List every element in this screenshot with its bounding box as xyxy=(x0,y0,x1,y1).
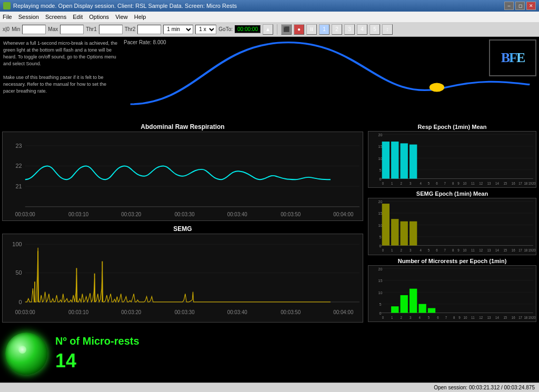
svg-text:3: 3 xyxy=(410,181,412,185)
menu-help[interactable]: Help xyxy=(134,14,146,20)
svg-text:18: 18 xyxy=(524,248,527,252)
menu-screens[interactable]: Screens xyxy=(45,14,66,20)
svg-text:10: 10 xyxy=(464,315,467,319)
menu-options[interactable]: Options xyxy=(89,14,109,20)
svg-text:0: 0 xyxy=(382,315,384,319)
menu-view[interactable]: View xyxy=(115,14,128,20)
multiplier-dropdown[interactable]: 1 x2 x4 x xyxy=(195,25,216,34)
microrest-epoch-title: Number of Microrests per Epoch (1min) xyxy=(368,258,536,264)
semg-chart-title: SEMG xyxy=(2,225,363,233)
semg-epoch-chart-container: SEMG Epoch (1min) Mean 20 15 10 5 0 xyxy=(368,190,536,255)
svg-rect-45 xyxy=(401,143,408,178)
minimize-button[interactable]: – xyxy=(504,2,514,10)
svg-text:15: 15 xyxy=(378,278,382,283)
toolbar-rec-btn[interactable]: ● xyxy=(294,24,304,35)
semg-chart: 100 50 0 00:03:00 00:03:10 xyxy=(2,234,363,323)
svg-text:17: 17 xyxy=(518,315,522,319)
svg-text:9: 9 xyxy=(458,315,461,319)
svg-text:0: 0 xyxy=(380,177,382,182)
svg-text:20: 20 xyxy=(532,248,536,252)
svg-text:14: 14 xyxy=(495,248,499,252)
svg-text:3: 3 xyxy=(410,248,412,252)
svg-text:12: 12 xyxy=(479,315,483,319)
toolbar-thr1-input[interactable] xyxy=(99,25,123,34)
close-button[interactable]: ✕ xyxy=(526,2,536,10)
svg-text:1: 1 xyxy=(391,181,393,185)
svg-text:16: 16 xyxy=(512,248,515,252)
toolbar-page2[interactable]: 2 xyxy=(332,24,342,35)
toolbar-extra[interactable]: ↕ xyxy=(382,24,393,35)
toolbar-thr1-label: Thr1 xyxy=(86,26,97,32)
svg-rect-79 xyxy=(391,219,398,246)
toolbar-max-label: Max xyxy=(48,26,58,32)
svg-text:10: 10 xyxy=(378,156,382,160)
svg-text:15: 15 xyxy=(503,181,507,185)
svg-rect-114 xyxy=(391,306,398,313)
toolbar-pause-btn[interactable]: ⏸ xyxy=(306,24,317,35)
abdominal-chart: 23 22 21 00:03:00 00:03:10 00:03:20 00:0… xyxy=(2,132,363,221)
micro-rest-label: Nº of Micro-rests xyxy=(55,335,139,347)
svg-text:8: 8 xyxy=(452,181,454,185)
speed-dropdown[interactable]: 1 min2 min5 min10 min xyxy=(163,25,193,34)
semg-chart-svg: 100 50 0 00:03:00 00:03:10 xyxy=(3,234,363,323)
svg-rect-81 xyxy=(410,222,417,246)
toolbar-thr2-input[interactable] xyxy=(137,25,161,34)
left-charts: Abdominal Raw Respiration 23 22 21 xyxy=(0,121,365,325)
info-text: Whenever a full 1-second micro-break is … xyxy=(3,40,118,95)
svg-text:2: 2 xyxy=(401,248,403,252)
toolbar-max-input[interactable] xyxy=(60,25,84,34)
svg-text:00:03:40: 00:03:40 xyxy=(227,309,247,315)
toolbar-page3[interactable]: 3 xyxy=(344,24,355,35)
toolbar-page1[interactable]: 1 xyxy=(319,24,330,35)
toolbar-min-label: Min xyxy=(12,26,20,32)
goto-time[interactable]: 00:00:00 xyxy=(235,25,261,33)
svg-text:9: 9 xyxy=(457,181,460,185)
abdominal-chart-title: Abdominal Raw Respiration xyxy=(2,123,363,130)
toolbar-page4[interactable]: 4 xyxy=(357,24,367,35)
svg-text:17: 17 xyxy=(518,248,522,252)
semg-epoch-title: SEMG Epoch (1min) Mean xyxy=(368,190,536,197)
svg-text:13: 13 xyxy=(487,315,491,319)
restore-button[interactable]: ◻ xyxy=(515,2,525,10)
svg-text:4: 4 xyxy=(420,181,422,185)
microrest-epoch-chart-container: Number of Microrests per Epoch (1min) 20… xyxy=(368,258,536,322)
semg-epoch-chart: 20 15 10 5 0 xyxy=(368,198,536,255)
svg-text:15: 15 xyxy=(378,211,382,216)
svg-text:15: 15 xyxy=(503,315,507,319)
toolbar-step-up[interactable]: ▲ xyxy=(263,24,273,35)
svg-text:14: 14 xyxy=(495,315,499,319)
micro-rest-count: 14 xyxy=(55,350,139,372)
svg-text:4: 4 xyxy=(420,248,422,252)
svg-text:19: 19 xyxy=(528,248,532,252)
toolbar-x-label: x|0 xyxy=(3,26,9,32)
svg-text:6: 6 xyxy=(436,181,438,185)
svg-text:16: 16 xyxy=(512,315,515,319)
menu-session[interactable]: Session xyxy=(18,14,39,20)
svg-text:7: 7 xyxy=(445,315,447,319)
svg-text:23: 23 xyxy=(15,142,22,148)
toolbar-page5[interactable]: 5 xyxy=(370,24,380,35)
svg-rect-118 xyxy=(428,308,435,313)
svg-rect-46 xyxy=(410,145,417,179)
svg-text:1: 1 xyxy=(391,248,393,252)
svg-text:11: 11 xyxy=(471,181,475,185)
svg-text:20: 20 xyxy=(378,266,382,271)
svg-text:50: 50 xyxy=(15,269,22,276)
menu-file[interactable]: File xyxy=(3,14,12,20)
svg-text:15: 15 xyxy=(503,248,507,252)
svg-text:8: 8 xyxy=(452,248,454,252)
svg-text:100: 100 xyxy=(12,240,22,247)
info-panel: Whenever a full 1-second micro-break is … xyxy=(0,37,121,121)
svg-text:22: 22 xyxy=(15,163,22,169)
svg-text:00:03:20: 00:03:20 xyxy=(121,309,141,315)
semg-chart-container: SEMG 100 50 0 xyxy=(0,223,365,325)
toolbar-stop-btn[interactable]: ⬛ xyxy=(281,24,292,35)
toolbar-min-input[interactable] xyxy=(22,25,46,34)
green-ball-indicator xyxy=(5,333,47,375)
svg-text:10: 10 xyxy=(378,290,382,295)
window-controls: – ◻ ✕ xyxy=(504,2,536,10)
svg-text:6: 6 xyxy=(436,248,438,252)
svg-text:11: 11 xyxy=(471,248,475,252)
menu-edit[interactable]: Edit xyxy=(73,14,83,20)
svg-text:12: 12 xyxy=(479,248,483,252)
